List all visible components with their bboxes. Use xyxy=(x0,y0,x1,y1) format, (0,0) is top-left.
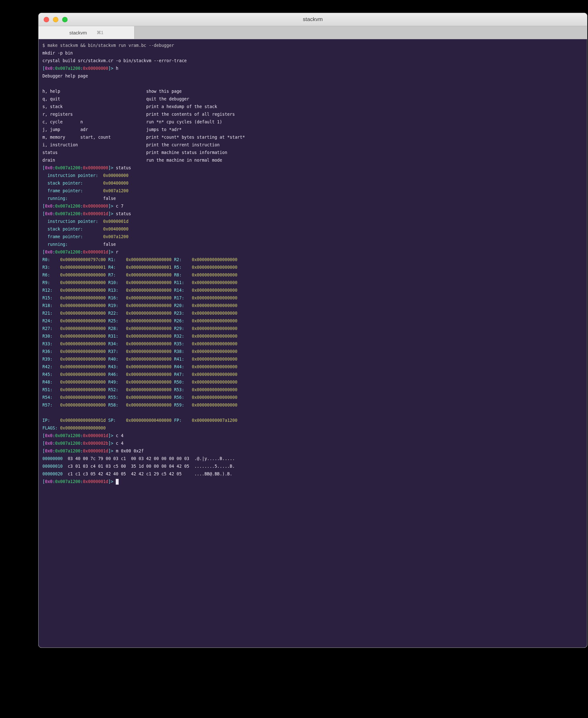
tab-shortcut: ⌘1 xyxy=(97,30,104,35)
cursor xyxy=(116,479,119,485)
terminal-window: stackvm stackvm ⌘1 $ make stackvm && bin… xyxy=(38,13,587,648)
window-title: stackvm xyxy=(39,13,587,26)
tab-stackvm[interactable]: stackvm ⌘1 xyxy=(39,26,134,39)
titlebar[interactable]: stackvm xyxy=(39,13,587,26)
minimize-icon[interactable] xyxy=(53,17,58,22)
close-icon[interactable] xyxy=(44,17,49,22)
tab-label: stackvm xyxy=(69,30,87,35)
zoom-icon[interactable] xyxy=(62,17,68,22)
traffic-lights xyxy=(44,17,68,22)
terminal-content[interactable]: $ make stackvm && bin/stackvm run vram.b… xyxy=(39,39,587,648)
tab-bar: stackvm ⌘1 xyxy=(39,26,587,39)
